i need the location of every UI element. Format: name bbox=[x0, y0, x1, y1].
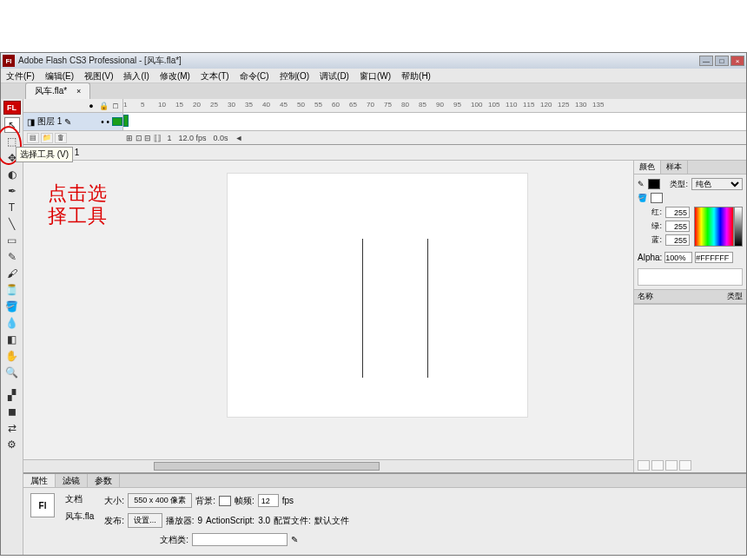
line-tool[interactable]: ╲ bbox=[4, 216, 20, 232]
color-picker[interactable] bbox=[694, 207, 734, 247]
tab-properties[interactable]: 属性 bbox=[23, 474, 56, 487]
titlebar: Fl Adobe Flash CS3 Professional - [风车.fl… bbox=[1, 53, 746, 69]
selection-tool[interactable]: ↖ bbox=[4, 117, 20, 133]
frame-number: 120 bbox=[540, 101, 552, 109]
publish-settings-button[interactable]: 设置... bbox=[128, 513, 162, 528]
menu-commands[interactable]: 命令(C) bbox=[235, 69, 274, 82]
menu-control[interactable]: 控制(O) bbox=[274, 69, 314, 82]
alpha-label: Alpha: bbox=[638, 253, 662, 262]
paint-bucket-tool[interactable]: 🪣 bbox=[4, 299, 20, 314]
fill-swatch[interactable] bbox=[651, 193, 663, 203]
zoom-tool[interactable]: 🔍 bbox=[4, 365, 20, 380]
stage[interactable] bbox=[228, 174, 527, 417]
frame-number: 80 bbox=[401, 101, 409, 109]
profile-value: 默认文件 bbox=[314, 515, 349, 527]
tab-color[interactable]: 颜色 bbox=[634, 161, 661, 174]
timeline-status: ▤ 📁 🗑 ⊞ ⊡ ⊟ ⟦⟧ 1 12.0 fps 0.0s ◄ bbox=[23, 130, 746, 144]
swap-colors-icon[interactable]: ⇄ bbox=[4, 420, 20, 436]
menu-file[interactable]: 文件(F) bbox=[1, 69, 40, 82]
menu-debug[interactable]: 调试(D) bbox=[314, 69, 354, 82]
window-close-button[interactable]: × bbox=[730, 56, 744, 66]
selection-tooltip: 选择工具 (V) bbox=[16, 147, 73, 162]
bg-swatch[interactable] bbox=[219, 496, 231, 506]
lasso-tool[interactable]: ◐ bbox=[4, 167, 20, 182]
window-maximize-button[interactable]: □ bbox=[715, 56, 729, 66]
hand-tool[interactable]: ✋ bbox=[4, 348, 20, 364]
blue-input[interactable] bbox=[665, 234, 690, 246]
doc-type-label: 文档 bbox=[65, 493, 94, 505]
eyedropper-tool[interactable]: 💧 bbox=[4, 315, 20, 331]
layer-row[interactable]: ◨ 图层 1 ✎ • • bbox=[23, 113, 123, 130]
drawn-line[interactable] bbox=[362, 239, 363, 378]
edit-docclass-icon[interactable]: ✎ bbox=[291, 535, 298, 544]
hex-input[interactable] bbox=[695, 252, 733, 263]
frame-number: 65 bbox=[349, 101, 357, 109]
menu-modify[interactable]: 修改(M) bbox=[155, 69, 195, 82]
stroke-color-swatch[interactable]: ▞ bbox=[4, 387, 20, 403]
alpha-input[interactable] bbox=[664, 252, 692, 263]
fps-input[interactable] bbox=[258, 494, 279, 507]
pen-tool[interactable]: ✒ bbox=[4, 183, 20, 199]
pencil-stroke-icon[interactable]: ✎ bbox=[638, 180, 645, 188]
color-type-select[interactable]: 纯色 bbox=[691, 178, 743, 190]
lib-props-button[interactable] bbox=[665, 460, 678, 471]
menu-help[interactable]: 帮助(H) bbox=[396, 69, 436, 82]
docclass-input[interactable] bbox=[192, 533, 288, 546]
stage-area[interactable] bbox=[23, 161, 633, 472]
layer-visibility-icon[interactable]: ● bbox=[86, 102, 96, 110]
menu-window[interactable]: 窗口(W) bbox=[354, 69, 396, 82]
window-minimize-button[interactable]: — bbox=[699, 56, 713, 66]
player-label: 播放器: bbox=[166, 515, 195, 527]
tab-swatches[interactable]: 样本 bbox=[661, 161, 688, 174]
text-tool[interactable]: T bbox=[4, 200, 20, 215]
player-value: 9 bbox=[197, 516, 202, 525]
current-frame: 1 bbox=[168, 134, 172, 142]
document-tab-close-icon[interactable]: × bbox=[76, 87, 81, 96]
green-input[interactable] bbox=[665, 221, 690, 232]
frame-number: 110 bbox=[506, 101, 517, 109]
drawn-line[interactable] bbox=[427, 239, 428, 378]
scene-bar: ⬅ 🎬 场景 1 bbox=[23, 145, 746, 161]
eraser-tool[interactable]: ◧ bbox=[4, 332, 20, 347]
layer-name: 图层 1 bbox=[37, 115, 62, 128]
fps-display: 12.0 fps bbox=[179, 134, 207, 142]
bucket-fill-icon[interactable]: 🪣 bbox=[638, 194, 647, 202]
properties-panel: 属性 滤镜 参数 Fl 文档 风车.fla 大小: 550 x 400 像素 背… bbox=[23, 472, 746, 555]
frame-number: 20 bbox=[193, 101, 201, 109]
lib-new-button[interactable] bbox=[638, 460, 650, 471]
menu-view[interactable]: 视图(V) bbox=[79, 69, 118, 82]
brightness-slider[interactable] bbox=[734, 207, 743, 247]
frame-track[interactable] bbox=[123, 113, 746, 130]
app-logo-icon: Fl bbox=[3, 55, 15, 67]
size-label: 大小: bbox=[104, 495, 124, 507]
ink-bottle-tool[interactable]: 🫙 bbox=[4, 282, 20, 298]
frame-number: 100 bbox=[471, 101, 482, 109]
fill-color-swatch[interactable]: ◼ bbox=[4, 404, 20, 419]
menu-text[interactable]: 文本(T) bbox=[195, 69, 235, 82]
tab-filters[interactable]: 滤镜 bbox=[56, 474, 88, 487]
new-layer-button[interactable]: ▤ bbox=[27, 133, 39, 143]
library-list[interactable] bbox=[634, 304, 746, 458]
brush-tool[interactable]: 🖌 bbox=[4, 266, 20, 281]
keyframe[interactable] bbox=[123, 115, 129, 127]
pencil-tool[interactable]: ✎ bbox=[4, 249, 20, 265]
red-input[interactable] bbox=[665, 207, 690, 218]
frame-ruler[interactable]: 1510152025303540455055606570758085909510… bbox=[123, 99, 746, 112]
menu-insert[interactable]: 插入(I) bbox=[118, 69, 154, 82]
stroke-swatch[interactable] bbox=[648, 179, 660, 189]
new-folder-button[interactable]: 📁 bbox=[41, 133, 53, 143]
tool-options[interactable]: ⚙ bbox=[4, 437, 20, 452]
tab-parameters[interactable]: 参数 bbox=[88, 474, 120, 487]
delete-layer-button[interactable]: 🗑 bbox=[55, 133, 67, 143]
layer-lock-icon[interactable]: 🔒 bbox=[98, 102, 109, 110]
horizontal-scrollbar[interactable] bbox=[23, 459, 633, 472]
frame-number: 10 bbox=[158, 101, 166, 109]
layer-outline-icon[interactable]: □ bbox=[110, 102, 121, 110]
document-tab[interactable]: 风车.fla* × bbox=[25, 82, 90, 99]
timeline-panel: ● 🔒 □ 1510152025303540455055606570758085… bbox=[23, 99, 746, 145]
size-button[interactable]: 550 x 400 像素 bbox=[128, 493, 192, 508]
lib-delete-button[interactable] bbox=[679, 460, 691, 471]
lib-folder-button[interactable] bbox=[651, 460, 664, 471]
rectangle-tool[interactable]: ▭ bbox=[4, 233, 20, 248]
menu-edit[interactable]: 编辑(E) bbox=[40, 69, 79, 82]
